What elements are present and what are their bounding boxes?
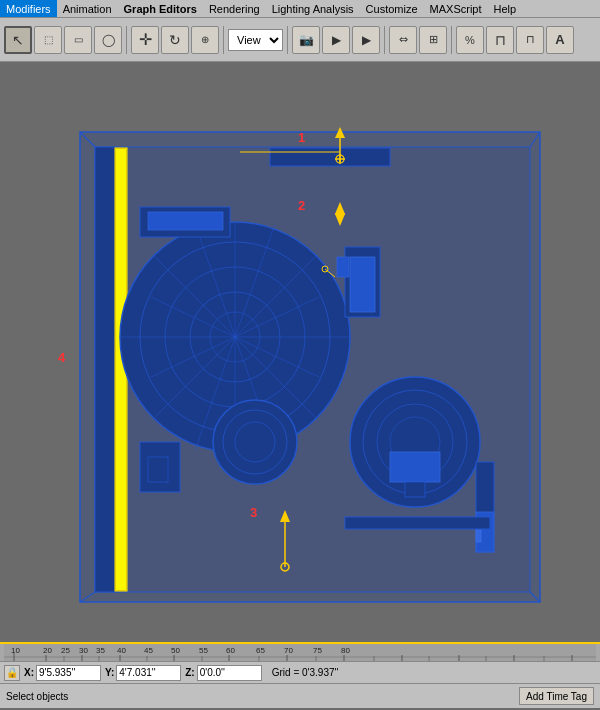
svg-point-20 [213,400,297,484]
svg-rect-31 [337,257,349,277]
toolbar: ↖ ⬚ ▭ ◯ ✛ ↻ ⊕ View Screen World 📷 ▶ ▶ ⇔ … [0,18,600,62]
add-time-tag-button[interactable]: Add Time Tag [519,687,594,705]
separator-4 [384,26,385,54]
separator-3 [287,26,288,54]
scale-tool[interactable]: ⊕ [191,26,219,54]
menu-rendering[interactable]: Rendering [203,0,266,17]
svg-rect-28 [405,482,425,497]
text-tool[interactable]: A [546,26,574,54]
svg-text:45: 45 [144,646,153,655]
camera-tool[interactable]: 📷 [292,26,320,54]
action-bar: Select objects Add Time Tag [0,684,600,708]
magnet-tool[interactable]: ⊓ [486,26,514,54]
svg-rect-3 [270,148,390,166]
svg-text:25: 25 [61,646,70,655]
menu-lighting[interactable]: Lighting Analysis [266,0,360,17]
svg-text:3: 3 [250,505,257,520]
x-label: X: [24,667,34,678]
separator-2 [223,26,224,54]
x-coord-field: X: [24,665,101,681]
svg-rect-34 [140,442,180,492]
mirror-tool[interactable]: ⇔ [389,26,417,54]
viewport[interactable]: 1 2 3 4 [0,62,600,642]
svg-rect-39 [345,517,490,529]
z-coord-field: Z: [185,665,261,681]
menu-maxscript[interactable]: MAXScript [424,0,488,17]
svg-text:40: 40 [117,646,126,655]
svg-text:4: 4 [58,350,66,365]
coord-bar: 🔒 X: Y: Z: Grid = 0'3.937'' [0,662,600,684]
svg-text:55: 55 [199,646,208,655]
svg-text:10: 10 [11,646,20,655]
menu-modifiers[interactable]: Modifiers [0,0,57,17]
z-input[interactable] [197,665,262,681]
svg-text:80: 80 [341,646,350,655]
y-input[interactable] [116,665,181,681]
render-btn[interactable]: ▶ [322,26,350,54]
svg-text:50: 50 [171,646,180,655]
align-tool[interactable]: ⊞ [419,26,447,54]
svg-text:75: 75 [313,646,322,655]
menu-animation[interactable]: Animation [57,0,118,17]
rect-select-tool[interactable]: ▭ [64,26,92,54]
menu-graph-editors[interactable]: Graph Editors [118,0,203,17]
y-label: Y: [105,667,114,678]
svg-text:65: 65 [256,646,265,655]
svg-text:60: 60 [226,646,235,655]
separator-1 [126,26,127,54]
y-coord-field: Y: [105,665,181,681]
grid-label: Grid = 0'3.937'' [272,667,339,678]
snap-tool[interactable]: ⊓ [516,26,544,54]
scene-viewport: 1 2 3 4 [0,62,600,642]
svg-rect-30 [350,257,375,312]
bottom-section: 10 20 25 30 35 40 45 50 55 60 [0,642,600,708]
menu-bar: Modifiers Animation Graph Editors Render… [0,0,600,18]
status-message: Select objects [6,691,513,702]
svg-text:35: 35 [96,646,105,655]
move-tool[interactable]: ✛ [131,26,159,54]
separator-5 [451,26,452,54]
menu-help[interactable]: Help [488,0,523,17]
svg-rect-33 [148,212,223,230]
svg-rect-27 [390,452,440,482]
z-label: Z: [185,667,194,678]
view-dropdown[interactable]: View Screen World [228,29,283,51]
percent-tool[interactable]: % [456,26,484,54]
svg-text:30: 30 [79,646,88,655]
svg-rect-4 [95,147,117,592]
circle-select-tool[interactable]: ◯ [94,26,122,54]
menu-customize[interactable]: Customize [360,0,424,17]
rotate-tool[interactable]: ↻ [161,26,189,54]
select-tool[interactable]: ↖ [4,26,32,54]
svg-rect-63 [4,644,596,661]
x-input[interactable] [36,665,101,681]
render2-btn[interactable]: ▶ [352,26,380,54]
svg-text:70: 70 [284,646,293,655]
svg-text:1: 1 [298,130,305,145]
svg-text:20: 20 [43,646,52,655]
svg-text:2: 2 [298,198,305,213]
region-select-tool[interactable]: ⬚ [34,26,62,54]
timeline-ruler: 10 20 25 30 35 40 45 50 55 60 [4,644,596,661]
lock-button[interactable]: 🔒 [4,665,20,681]
